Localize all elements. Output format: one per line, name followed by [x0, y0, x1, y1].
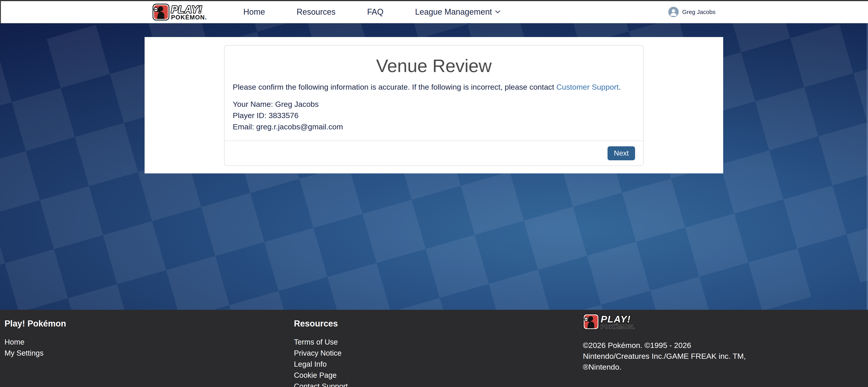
card-footer: Next — [224, 140, 643, 165]
brand-pokemon-text: POKÉMON. — [171, 14, 207, 21]
info-row-email: Email: greg.r.jacobs@gmail.com — [233, 121, 635, 132]
footer-column-resources: Resources Terms of Use Privacy Notice Le… — [294, 310, 583, 387]
scrollbar[interactable] — [867, 23, 868, 310]
play-pokemon-logo: PLAY! POKÉMON. — [583, 313, 650, 330]
footer-link-legal-info[interactable]: Legal Info — [294, 359, 583, 369]
footer-column-legal: PLAY! POKÉMON. ©2026 Pokémon. ©1995 - 20… — [583, 313, 754, 387]
next-button[interactable]: Next — [608, 146, 635, 160]
brand-play-text: PLAY! — [601, 314, 631, 324]
brand-pokemon-text: POKÉMON. — [601, 324, 635, 330]
footer-link-cookie-page[interactable]: Cookie Page — [294, 369, 583, 381]
footer-link-terms-of-use[interactable]: Terms of Use — [294, 336, 583, 348]
footer-heading: Play! Pokémon — [4, 319, 294, 328]
page-title: Venue Review — [233, 56, 635, 76]
footer-heading: Resources — [294, 319, 583, 328]
intro-text: Please confirm the following information… — [233, 82, 635, 92]
page-background: Venue Review Please confirm the followin… — [0, 23, 868, 310]
chevron-down-icon — [495, 10, 500, 14]
user-name: Greg Jacobs — [682, 8, 715, 15]
footer-link-privacy-notice[interactable]: Privacy Notice — [294, 348, 583, 359]
content-panel: Venue Review Please confirm the followin… — [145, 37, 723, 173]
user-menu[interactable]: Greg Jacobs — [668, 7, 715, 17]
brand-play-text: PLAY! — [171, 4, 203, 15]
nav-item-league-management[interactable]: League Management — [415, 7, 500, 17]
pokeball-trainer-badge-icon — [153, 4, 169, 20]
page-footer: Play! Pokémon Home My Settings Resources… — [0, 310, 868, 387]
pokeball-trainer-badge-icon — [583, 314, 599, 329]
user-avatar-icon — [668, 7, 679, 17]
main-nav: Home Resources FAQ League Management — [243, 7, 500, 17]
player-info: Your Name: Greg Jacobs Player ID: 383357… — [233, 98, 635, 132]
footer-link-my-settings[interactable]: My Settings — [4, 348, 294, 359]
info-row-player-id: Player ID: 3833576 — [233, 110, 635, 121]
customer-support-link[interactable]: Customer Support — [556, 83, 619, 91]
play-pokemon-logo[interactable]: PLAY! POKÉMON. — [153, 3, 222, 21]
copyright-text: ©2026 Pokémon. ©1995 - 2026 Nintendo/Cre… — [583, 340, 754, 372]
nav-item-home[interactable]: Home — [243, 7, 265, 17]
footer-link-home[interactable]: Home — [4, 336, 294, 348]
top-navbar: PLAY! POKÉMON. Home Resources FAQ League… — [0, 0, 868, 23]
card-body: Venue Review Please confirm the followin… — [224, 45, 643, 140]
info-row-name: Your Name: Greg Jacobs — [233, 98, 635, 110]
nav-item-resources[interactable]: Resources — [297, 7, 336, 17]
footer-link-contact-support[interactable]: Contact Support — [294, 381, 583, 387]
nav-item-faq[interactable]: FAQ — [367, 7, 383, 17]
venue-review-card: Venue Review Please confirm the followin… — [224, 45, 644, 166]
footer-column-play-pokemon: Play! Pokémon Home My Settings — [4, 310, 294, 387]
window-edge — [0, 0, 1, 23]
